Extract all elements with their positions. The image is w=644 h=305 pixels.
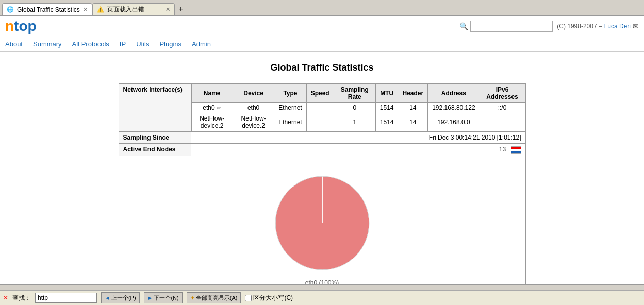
row2-speed xyxy=(306,113,334,131)
row1-name: eth0 ✏ xyxy=(191,103,233,113)
col-address: Address xyxy=(428,84,480,103)
tab-title-1: Global Traffic Statistics xyxy=(17,6,80,13)
tab-close-2[interactable]: ✕ xyxy=(166,6,170,13)
row2-mtu: 1514 xyxy=(375,113,398,131)
network-interfaces-content: Name Device Type Speed Sampling Rate MTU… xyxy=(191,84,525,132)
logo-top: top xyxy=(14,18,37,34)
col-header: Header xyxy=(398,84,428,103)
sampling-value: Fri Dec 3 00:14:21 2010 [1:01:12] xyxy=(191,132,525,144)
next-button[interactable]: ► 下一个(N) xyxy=(144,292,183,303)
find-input[interactable] xyxy=(35,293,97,303)
active-nodes-row: Active End Nodes 13 xyxy=(119,144,525,156)
col-sampling-rate: Sampling Rate xyxy=(334,84,375,103)
page-title: Global Traffic Statistics xyxy=(10,62,634,73)
col-type: Type xyxy=(274,84,306,103)
row1-mtu: 1514 xyxy=(375,103,398,113)
sampling-label: Sampling Since xyxy=(119,132,191,144)
scrollbar-area[interactable] xyxy=(0,284,644,290)
next-arrow-icon: ► xyxy=(147,295,153,301)
row2-ipv6 xyxy=(480,113,525,131)
network-interfaces-row: Network Interface(s) Name Device Type Sp… xyxy=(119,84,525,132)
col-name: Name xyxy=(191,84,233,103)
nav-menu: About Summary All Protocols IP Utils Plu… xyxy=(0,37,644,52)
search-input[interactable] xyxy=(470,21,553,32)
tab-close-1[interactable]: ✕ xyxy=(83,6,88,13)
prev-button[interactable]: ◄ 上一个(P) xyxy=(101,292,140,303)
search-icon[interactable]: 🔍 xyxy=(459,22,468,30)
row2-type: Ethernet xyxy=(274,113,306,131)
highlight-button[interactable]: ✦ 全部高亮显示(A) xyxy=(187,292,241,303)
copyright-static: (C) 1998-2007 – xyxy=(557,23,602,30)
row2-header: 14 xyxy=(398,113,428,131)
status-close-button[interactable]: ✕ xyxy=(3,294,8,301)
chart-label: eth0 (100%) xyxy=(124,279,520,284)
search-label: 查找： xyxy=(12,294,31,302)
col-mtu: MTU xyxy=(375,84,398,103)
tab-icon-1: 🌐 xyxy=(7,6,14,13)
row1-type: Ethernet xyxy=(274,103,306,113)
row2-device: NetFlow-device.2 xyxy=(233,113,274,131)
nav-summary[interactable]: Summary xyxy=(33,40,62,48)
table-header-row: Name Device Type Speed Sampling Rate MTU… xyxy=(191,84,525,103)
table-row: NetFlow-device.2 NetFlow-device.2 Ethern… xyxy=(191,113,525,131)
prev-arrow-icon: ◄ xyxy=(105,295,110,301)
browser-chrome: 🌐 Global Traffic Statistics ✕ ⚠️ 页面载入出错 … xyxy=(0,0,644,16)
highlight-icon: ✦ xyxy=(190,295,195,301)
table-row: eth0 ✏ eth0 Ethernet 0 1514 14 192.168.8… xyxy=(191,103,525,113)
search-bar: 🔍 xyxy=(459,21,553,32)
active-nodes-value: 13 xyxy=(191,144,525,156)
row2-name: NetFlow-device.2 xyxy=(191,113,233,131)
tab-error[interactable]: ⚠️ 页面载入出错 ✕ xyxy=(92,3,175,15)
pie-chart xyxy=(271,172,374,275)
nav-about[interactable]: About xyxy=(5,40,23,48)
nav-admin[interactable]: Admin xyxy=(192,40,211,48)
page-wrap: ntop 🔍 (C) 1998-2007 – Luca Deri ✉ About… xyxy=(0,16,644,284)
top-bar: ntop 🔍 (C) 1998-2007 – Luca Deri ✉ xyxy=(0,16,644,37)
col-device: Device xyxy=(233,84,274,103)
copyright-text: (C) 1998-2007 – Luca Deri ✉ xyxy=(557,22,639,30)
flag-icon xyxy=(511,146,521,154)
new-tab-button[interactable]: + xyxy=(175,3,187,15)
sampling-since-row: Sampling Since Fri Dec 3 00:14:21 2010 [… xyxy=(119,132,525,144)
nav-plugins[interactable]: Plugins xyxy=(159,40,181,48)
main-content: Global Traffic Statistics Network Interf… xyxy=(0,52,644,284)
row1-sampling: 0 xyxy=(334,103,375,113)
next-label: 下一个(N) xyxy=(154,294,178,302)
case-sensitive-area: 区分大小写(C) xyxy=(245,294,293,302)
highlight-label: 全部高亮显示(A) xyxy=(196,294,238,302)
edit-icon-row1[interactable]: ✏ xyxy=(217,105,221,111)
status-bar: ✕ 查找： ◄ 上一个(P) ► 下一个(N) ✦ 全部高亮显示(A) 区分大小… xyxy=(0,290,644,305)
row2-sampling: 1 xyxy=(334,113,375,131)
chart-cell: eth0 (100%) xyxy=(119,156,525,284)
chart-row: eth0 (100%) xyxy=(119,156,525,284)
case-sensitive-checkbox[interactable] xyxy=(245,295,252,301)
row1-address: 192.168.80.122 xyxy=(428,103,480,113)
col-ipv6: IPv6 Addresses xyxy=(480,84,525,103)
tab-icon-2: ⚠️ xyxy=(97,6,104,13)
tab-title-2: 页面载入出错 xyxy=(107,5,162,14)
copyright-link[interactable]: Luca Deri xyxy=(604,23,631,30)
tab-bar: 🌐 Global Traffic Statistics ✕ ⚠️ 页面载入出错 … xyxy=(0,0,644,15)
case-sensitive-label: 区分大小写(C) xyxy=(253,294,293,302)
prev-label: 上一个(P) xyxy=(111,294,136,302)
network-interfaces-label: Network Interface(s) xyxy=(119,84,191,132)
mail-icon: ✉ xyxy=(633,22,639,30)
row1-ipv6: ::/0 xyxy=(480,103,525,113)
row2-address: 192.168.0.0 xyxy=(428,113,480,131)
col-speed: Speed xyxy=(306,84,334,103)
nav-ip[interactable]: IP xyxy=(120,40,126,48)
row1-header: 14 xyxy=(398,103,428,113)
logo-n: n xyxy=(5,18,14,34)
nav-all-protocols[interactable]: All Protocols xyxy=(72,40,109,48)
ntop-logo: ntop xyxy=(5,18,37,35)
row1-speed xyxy=(306,103,334,113)
tab-global-traffic[interactable]: 🌐 Global Traffic Statistics ✕ xyxy=(2,3,92,15)
row1-device: eth0 xyxy=(233,103,274,113)
active-nodes-label: Active End Nodes xyxy=(119,144,191,156)
nav-utils[interactable]: Utils xyxy=(136,40,149,48)
chart-area: eth0 (100%) xyxy=(124,161,520,284)
